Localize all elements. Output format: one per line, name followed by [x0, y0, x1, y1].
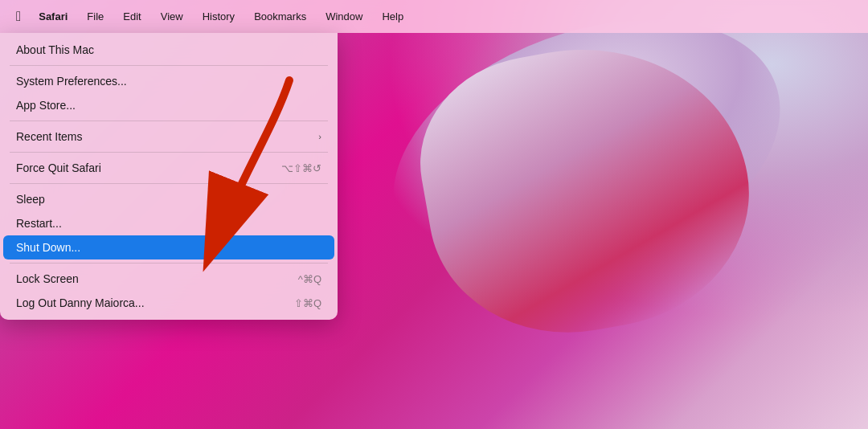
menu-separator-1: [10, 65, 328, 66]
menu-item-system-prefs-label: System Preferences...: [16, 75, 127, 88]
menu-separator-3: [10, 152, 328, 153]
menu-item-app-store-label: App Store...: [16, 99, 76, 112]
menu-item-lock-screen[interactable]: Lock Screen ^⌘Q: [3, 267, 334, 291]
log-out-shortcut: ⇧⌘Q: [294, 297, 321, 309]
menu-item-recent-items-label: Recent Items: [16, 130, 82, 143]
menu-item-system-prefs[interactable]: System Preferences...: [3, 69, 334, 93]
menu-item-shut-down[interactable]: Shut Down...: [3, 235, 334, 259]
menu-item-force-quit[interactable]: Force Quit Safari ⌥⇧⌘↺: [3, 156, 334, 180]
menu-separator-5: [10, 263, 328, 264]
chevron-right-icon: ›: [318, 132, 321, 141]
menu-item-restart-label: Restart...: [16, 217, 62, 230]
menu-separator-4: [10, 183, 328, 184]
force-quit-shortcut: ⌥⇧⌘↺: [281, 162, 321, 174]
apple-dropdown-menu: About This Mac System Preferences... App…: [0, 33, 338, 320]
menubar-edit[interactable]: Edit: [115, 7, 149, 26]
menu-item-about[interactable]: About This Mac: [3, 38, 334, 62]
menubar:  Safari File Edit View History Bookmark…: [0, 0, 868, 33]
menubar-view[interactable]: View: [153, 7, 191, 26]
menu-item-shut-down-label: Shut Down...: [16, 241, 80, 254]
menu-item-log-out-label: Log Out Danny Maiorca...: [16, 296, 145, 309]
apple-menu-button[interactable]: : [10, 6, 27, 28]
menu-item-sleep[interactable]: Sleep: [3, 187, 334, 211]
menu-item-lock-screen-label: Lock Screen: [16, 272, 79, 285]
menubar-bookmarks[interactable]: Bookmarks: [246, 7, 314, 26]
menubar-window[interactable]: Window: [317, 7, 371, 26]
menu-item-restart[interactable]: Restart...: [3, 211, 334, 235]
menu-item-log-out[interactable]: Log Out Danny Maiorca... ⇧⌘Q: [3, 291, 334, 315]
menubar-file[interactable]: File: [79, 7, 112, 26]
menu-separator-2: [10, 121, 328, 121]
menubar-help[interactable]: Help: [374, 7, 411, 26]
menu-item-sleep-label: Sleep: [16, 193, 45, 206]
menu-item-about-label: About This Mac: [16, 43, 94, 56]
menubar-safari[interactable]: Safari: [31, 7, 76, 26]
menu-item-force-quit-label: Force Quit Safari: [16, 161, 101, 174]
lock-screen-shortcut: ^⌘Q: [298, 273, 321, 285]
menu-item-app-store[interactable]: App Store...: [3, 93, 334, 117]
menubar-history[interactable]: History: [194, 7, 243, 26]
menu-item-recent-items[interactable]: Recent Items ›: [3, 125, 334, 149]
